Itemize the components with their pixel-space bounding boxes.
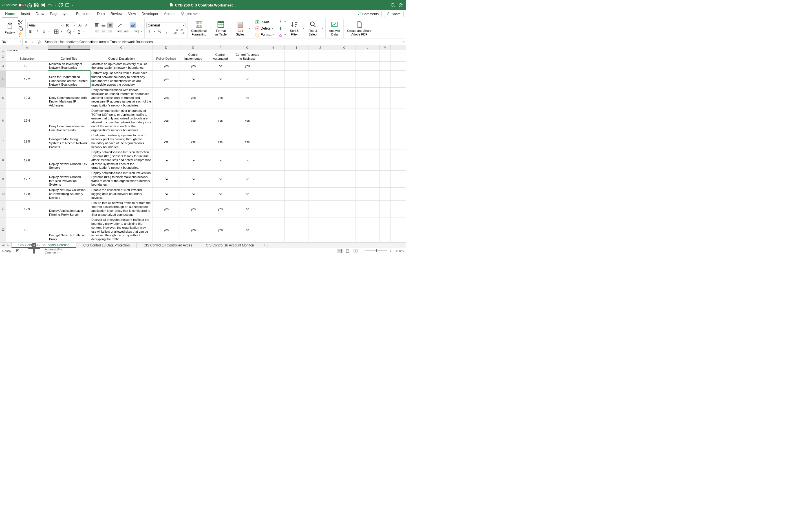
save-icon[interactable] — [34, 3, 39, 8]
cell[interactable] — [261, 52, 285, 61]
cell[interactable] — [356, 71, 379, 87]
cell[interactable] — [261, 217, 285, 242]
cell[interactable]: 12.4 — [6, 108, 48, 133]
cell[interactable]: yes — [180, 201, 207, 217]
cell[interactable] — [379, 217, 391, 242]
cell[interactable] — [234, 52, 261, 52]
cell[interactable]: Subcontrol — [6, 52, 48, 61]
cell[interactable] — [379, 108, 391, 133]
autosum-icon[interactable]: Σ — [278, 19, 283, 25]
sheet-tab[interactable]: CIS Control 14 Controlled Acces — [137, 242, 199, 248]
cell[interactable]: yes — [153, 71, 180, 87]
cell[interactable]: Control Reported to Business — [234, 52, 261, 61]
cell[interactable]: yes — [207, 133, 234, 150]
cell[interactable] — [308, 108, 332, 133]
cell[interactable]: Control Implemented — [180, 52, 207, 61]
cell[interactable]: yes — [180, 133, 207, 150]
cell-styles-dropdown[interactable]: ▾ — [248, 27, 251, 30]
cell[interactable]: 12.9 — [6, 201, 48, 217]
cell[interactable]: Deny communications with known malicious… — [90, 88, 153, 108]
formula-input[interactable]: Scan for Unauthorized Connections across… — [43, 39, 402, 45]
cell[interactable] — [261, 171, 285, 187]
cell[interactable]: Deploy Network-Based Intrusion Preventio… — [48, 171, 90, 187]
row-header-2[interactable]: 2 — [0, 52, 6, 61]
cell[interactable]: no — [153, 171, 180, 187]
cell[interactable] — [379, 52, 391, 61]
format-painter-icon[interactable] — [17, 32, 24, 38]
cell[interactable] — [153, 52, 180, 52]
cell[interactable] — [308, 150, 332, 170]
sheet-nav-next[interactable]: ▶ — [6, 243, 10, 247]
ribbon-tab-page-layout[interactable]: Page Layout — [47, 10, 73, 17]
cell[interactable]: Deny Communications with Known Malicious… — [48, 88, 90, 108]
cell[interactable] — [285, 52, 308, 61]
page-break-view-icon[interactable] — [353, 249, 358, 253]
cell[interactable]: no — [234, 150, 261, 170]
cell[interactable]: Deploy Network-Based IDS Sensors — [48, 150, 90, 170]
cell[interactable] — [332, 52, 356, 52]
cell[interactable]: no — [180, 71, 207, 87]
select-all-corner[interactable] — [0, 45, 6, 50]
cell[interactable]: no — [180, 171, 207, 187]
number-format-combo[interactable]: General▾ — [146, 22, 186, 28]
column-header-D[interactable]: D — [153, 45, 180, 50]
merge-dropdown[interactable]: ▾ — [140, 30, 143, 33]
cell[interactable]: yes — [180, 62, 207, 71]
column-header-H[interactable]: H — [261, 45, 285, 50]
row-header-4[interactable]: 4 — [0, 71, 6, 87]
row-header-8[interactable]: 8 — [0, 150, 6, 170]
cell[interactable]: yes — [153, 133, 180, 150]
ribbon-tab-formulas[interactable]: Formulas — [73, 10, 94, 17]
italic-button[interactable]: I — [34, 29, 40, 34]
cell[interactable]: 12.7 — [6, 171, 48, 187]
cell[interactable] — [261, 108, 285, 133]
cell[interactable] — [261, 88, 285, 108]
enter-formula-icon[interactable]: ✓ — [29, 40, 36, 44]
cell[interactable]: 12.5 — [6, 133, 48, 150]
undo-icon[interactable] — [47, 3, 52, 8]
cell[interactable]: yes — [207, 108, 234, 133]
align-right-icon[interactable] — [107, 29, 113, 34]
cell[interactable]: no — [234, 201, 261, 217]
ribbon-tab-view[interactable]: View — [125, 10, 139, 17]
cell[interactable] — [261, 150, 285, 170]
cell[interactable] — [356, 150, 379, 170]
cell[interactable] — [379, 88, 391, 108]
cell[interactable] — [332, 171, 356, 187]
cell[interactable] — [261, 201, 285, 217]
cell[interactable] — [261, 62, 285, 71]
cell[interactable]: 12.6 — [6, 150, 48, 170]
cell[interactable] — [332, 201, 356, 217]
cell[interactable] — [285, 88, 308, 108]
cell[interactable] — [285, 171, 308, 187]
cell[interactable]: yes — [234, 108, 261, 133]
merge-cells-icon[interactable] — [133, 29, 139, 34]
insert-button[interactable]: Insert ▾ — [255, 20, 274, 25]
cell[interactable]: yes — [180, 88, 207, 108]
delete-button[interactable]: Delete ▾ — [255, 26, 274, 31]
cut-icon[interactable] — [17, 19, 24, 25]
currency-dropdown[interactable]: ▾ — [153, 30, 156, 33]
cell[interactable] — [90, 52, 153, 52]
zoom-out-button[interactable]: − — [361, 249, 362, 252]
home-icon[interactable] — [27, 3, 32, 8]
column-header-B[interactable]: B — [48, 45, 90, 50]
column-header-I[interactable]: I — [285, 45, 308, 50]
cell[interactable]: Scan for Unauthorized Connections across… — [48, 71, 90, 87]
row-header-11[interactable]: 11 — [0, 201, 6, 217]
column-header-F[interactable]: F — [207, 45, 234, 50]
column-header-J[interactable]: J — [308, 45, 332, 50]
fill-color-dropdown[interactable]: ▾ — [72, 30, 75, 33]
cell[interactable] — [261, 187, 285, 200]
cell[interactable]: Configure monitoring systems to record n… — [90, 133, 153, 150]
cell[interactable]: Control Automated — [207, 52, 234, 61]
page-layout-view-icon[interactable] — [345, 249, 350, 253]
cell[interactable] — [356, 88, 379, 108]
sheet-nav-prev[interactable]: ◀ — [1, 243, 5, 247]
cell[interactable] — [308, 201, 332, 217]
cell[interactable]: no — [153, 187, 180, 200]
row-header-1[interactable]: 1 — [0, 50, 6, 52]
cell[interactable]: Control Description — [90, 52, 153, 61]
fill-color-button[interactable] — [66, 29, 72, 34]
cell[interactable]: 12.2 — [6, 71, 48, 87]
